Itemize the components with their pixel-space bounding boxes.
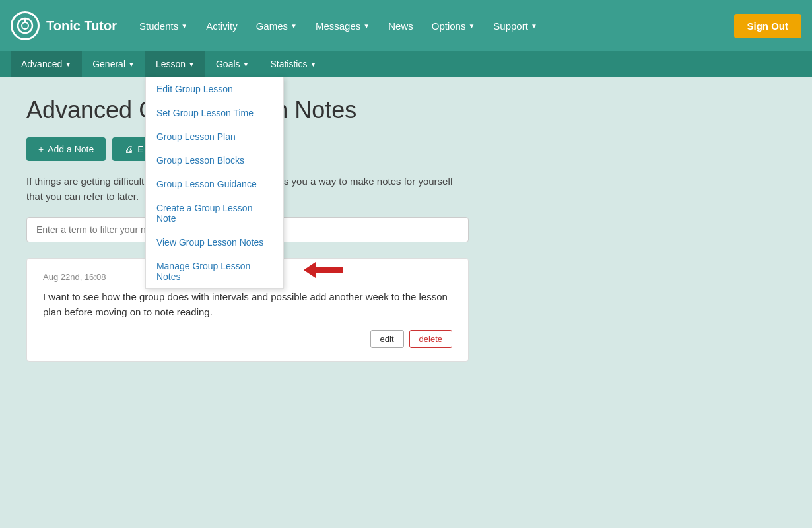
nav-news[interactable]: News — [379, 0, 423, 51]
subnav-goals[interactable]: Goals ▼ — [205, 51, 259, 77]
red-arrow-icon — [304, 258, 343, 282]
lesson-dropdown-container: Lesson ▼ Edit Group Lesson Set Group Les… — [145, 51, 205, 77]
nav-messages[interactable]: Messages ▼ — [306, 0, 379, 51]
note-text: I want to see how the group does with in… — [43, 290, 452, 319]
nav-games[interactable]: Games ▼ — [247, 0, 306, 51]
dropdown-create-group-lesson-note[interactable]: Create a Group Lesson Note — [146, 196, 283, 230]
dropdown-group-lesson-guidance[interactable]: Group Lesson Guidance — [146, 172, 283, 196]
dropdown-edit-group-lesson[interactable]: Edit Group Lesson — [146, 77, 283, 101]
nav-support[interactable]: Support ▼ — [484, 0, 546, 51]
brand-name: Tonic Tutor — [46, 18, 117, 34]
add-note-label: Add a Note — [48, 144, 94, 154]
chevron-down-icon: ▼ — [310, 61, 316, 68]
chevron-down-icon: ▼ — [181, 22, 187, 30]
chevron-down-icon: ▼ — [243, 61, 250, 68]
nav-options[interactable]: Options ▼ — [423, 0, 485, 51]
plus-icon: + — [38, 144, 44, 154]
arrow-indicator — [304, 258, 343, 282]
chevron-down-icon: ▼ — [363, 22, 370, 30]
svg-point-1 — [22, 22, 28, 29]
print-icon: 🖨 — [124, 144, 133, 154]
export-label: E — [137, 144, 143, 154]
sign-out-button[interactable]: Sign Out — [734, 14, 802, 38]
note-actions: edit delete — [43, 330, 452, 348]
dropdown-view-group-lesson-notes[interactable]: View Group Lesson Notes — [146, 230, 283, 254]
subnav-lesson[interactable]: Lesson ▼ — [145, 51, 205, 77]
dropdown-set-group-lesson-time[interactable]: Set Group Lesson Time — [146, 101, 283, 125]
nav-students[interactable]: Students ▼ — [130, 0, 197, 51]
sub-navbar: Advanced ▼ General ▼ Lesson ▼ Edit Group… — [0, 51, 812, 77]
chevron-down-icon: ▼ — [468, 22, 475, 30]
svg-marker-3 — [304, 262, 343, 278]
chevron-down-icon: ▼ — [531, 22, 537, 30]
dropdown-group-lesson-blocks[interactable]: Group Lesson Blocks — [146, 148, 283, 172]
logo-icon — [11, 11, 40, 40]
subnav-advanced[interactable]: Advanced ▼ — [11, 51, 82, 77]
chevron-down-icon: ▼ — [188, 61, 195, 68]
edit-note-button[interactable]: edit — [370, 330, 404, 348]
lesson-dropdown-menu: Edit Group Lesson Set Group Lesson Time … — [145, 77, 284, 289]
action-buttons: + Add a Note 🖨 E — [26, 137, 786, 161]
subnav-statistics[interactable]: Statistics ▼ — [259, 51, 327, 77]
page-title: Advanced Group Lesson Notes — [26, 96, 786, 124]
chevron-down-icon: ▼ — [290, 22, 297, 30]
add-note-button[interactable]: + Add a Note — [26, 137, 106, 161]
main-content: Advanced Group Lesson Notes + Add a Note… — [0, 77, 812, 381]
nav-activity[interactable]: Activity — [197, 0, 247, 51]
logo-area[interactable]: Tonic Tutor — [11, 11, 117, 40]
chevron-down-icon: ▼ — [65, 61, 71, 68]
dropdown-group-lesson-plan[interactable]: Group Lesson Plan — [146, 125, 283, 148]
dropdown-manage-group-lesson-notes[interactable]: Manage Group Lesson Notes — [146, 254, 283, 288]
chevron-down-icon: ▼ — [128, 61, 135, 68]
subnav-general[interactable]: General ▼ — [82, 51, 145, 77]
top-nav-items: Students ▼ Activity Games ▼ Messages ▼ N… — [130, 0, 733, 51]
top-navbar: Tonic Tutor Students ▼ Activity Games ▼ … — [0, 0, 812, 51]
description-text: If things are getting difficult to manag… — [26, 174, 786, 204]
page-title-advanced: Advanced — [26, 96, 139, 123]
delete-note-button[interactable]: delete — [409, 330, 452, 348]
